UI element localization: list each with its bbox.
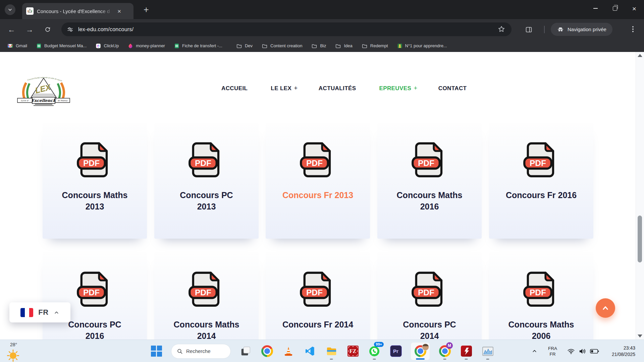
tab-close-icon[interactable]: × bbox=[117, 8, 121, 14]
nav-contact[interactable]: CONTACT bbox=[438, 85, 469, 92]
taskbar-search[interactable]: Recherche bbox=[171, 344, 231, 359]
widgets-weather-button[interactable]: 28° bbox=[10, 342, 17, 347]
wifi-icon bbox=[567, 348, 575, 355]
taskbar-vlc[interactable] bbox=[282, 343, 295, 360]
nav-le-lex[interactable]: LE LEX+ bbox=[271, 85, 298, 92]
tray-time: 23:43 bbox=[612, 345, 635, 351]
new-tab-button[interactable]: + bbox=[144, 5, 149, 15]
taskbar-premiere[interactable]: Pr bbox=[389, 343, 402, 360]
exam-card-pc-2014[interactable]: PDF Concours PC2014 bbox=[377, 252, 482, 340]
exam-card-maths-2006[interactable]: PDF Concours Maths2006 bbox=[489, 252, 593, 340]
taskbar-filezilla[interactable]: FZ bbox=[346, 343, 360, 360]
tray-status-icons[interactable] bbox=[567, 348, 599, 355]
nav-actualites[interactable]: ACTUALITÉS bbox=[319, 85, 359, 92]
exam-card-pc-2016[interactable]: PDF Concours PC2016 bbox=[43, 252, 147, 340]
tab-search-button[interactable] bbox=[5, 4, 15, 15]
battery-icon bbox=[590, 348, 599, 355]
search-label: Recherche bbox=[186, 348, 211, 354]
scrollbar-down-arrow[interactable] bbox=[638, 335, 642, 338]
exam-card-pc-2013[interactable]: PDF Concours PC2013 bbox=[154, 123, 259, 239]
card-title: Concours Fr 2014 bbox=[266, 319, 370, 330]
bookmark-folder-idea[interactable]: Idea bbox=[335, 43, 352, 49]
nav-epreuves[interactable]: EPREUVES+ bbox=[379, 85, 417, 92]
exam-card-maths-2013[interactable]: PDF Concours Maths2013 bbox=[43, 123, 147, 239]
running-indicator bbox=[486, 359, 489, 360]
minimize-button[interactable] bbox=[586, 0, 605, 17]
card-title: Concours Maths2014 bbox=[154, 319, 259, 340]
forward-button[interactable]: → bbox=[24, 24, 35, 35]
taskbar-file-explorer[interactable] bbox=[325, 343, 338, 360]
card-title: Concours Maths2013 bbox=[43, 189, 147, 212]
bookmark-label: Fiche de transfert -... bbox=[182, 43, 222, 48]
taskbar-performance-monitor[interactable] bbox=[481, 343, 494, 360]
bookmark-gmail[interactable]: Gmail bbox=[7, 43, 27, 49]
scrollbar-up-arrow[interactable] bbox=[638, 54, 642, 57]
card-title: Concours Fr 2016 bbox=[489, 189, 593, 201]
tab-strip: L Concours - Lycée d'Excellence d × + × bbox=[0, 0, 644, 19]
bookmark-folder-redempt[interactable]: Redempt bbox=[362, 43, 388, 49]
bookmark-folder-content-creation[interactable]: Content creation bbox=[262, 43, 302, 49]
task-view-button[interactable] bbox=[239, 343, 252, 360]
taskbar-chrome-active[interactable] bbox=[411, 342, 430, 360]
bookmark-money-planner[interactable]: money-planner bbox=[128, 43, 165, 49]
bookmark-star-icon[interactable] bbox=[497, 25, 505, 35]
svg-text:PDF: PDF bbox=[83, 288, 100, 297]
reload-button[interactable] bbox=[42, 24, 53, 35]
active-window-indicator bbox=[416, 358, 425, 360]
exam-card-maths-2016[interactable]: PDF Concours Maths2016 bbox=[377, 123, 482, 239]
system-tray: FRA FR 23:43 21/08/2025 bbox=[532, 340, 644, 362]
exam-card-fr-2016[interactable]: PDF Concours Fr 2016 bbox=[489, 123, 593, 239]
tab-title: Concours - Lycée d'Excellence d bbox=[37, 8, 113, 14]
bookmark-clickup[interactable]: ClickUp bbox=[96, 43, 119, 49]
bookmark-folder-dev[interactable]: Dev bbox=[236, 43, 253, 49]
svg-text:PDF: PDF bbox=[418, 288, 434, 297]
pdf-icon: PDF bbox=[299, 140, 337, 178]
browser-tab[interactable]: L Concours - Lycée d'Excellence d × bbox=[22, 3, 133, 19]
site-info-icon[interactable] bbox=[67, 26, 73, 33]
tray-date: 21/08/2025 bbox=[612, 351, 635, 358]
taskbar-whatsapp[interactable]: 99+ bbox=[368, 343, 381, 360]
exam-card-fr-2013[interactable]: PDF Concours Fr 2013 bbox=[266, 123, 370, 239]
scrollbar-thumb[interactable] bbox=[638, 216, 642, 262]
whatsapp-icon bbox=[369, 346, 380, 357]
back-button[interactable]: ← bbox=[6, 24, 17, 35]
start-button[interactable] bbox=[150, 343, 163, 360]
window-controls: × bbox=[586, 0, 644, 17]
svg-text:PDF: PDF bbox=[418, 159, 434, 168]
bookmark-budget-mensuel[interactable]: Budget Mensuel Ma... bbox=[36, 43, 87, 49]
exam-card-fr-2014[interactable]: PDF Concours Fr 2014 bbox=[266, 252, 370, 340]
vlc-icon bbox=[283, 346, 294, 357]
bookmark-label: Budget Mensuel Ma... bbox=[44, 43, 87, 48]
restore-button[interactable] bbox=[605, 0, 625, 17]
url-bar[interactable]: lex-edu.com/concours/ bbox=[61, 22, 512, 36]
main-nav: ACCUEIL LE LEX+ ACTUALITÉS EPREUVES+ CON… bbox=[221, 85, 469, 92]
tab-favicon-icon: L bbox=[26, 7, 34, 15]
bookmark-fiche-transfert[interactable]: Fiche de transfert -... bbox=[174, 43, 222, 49]
nav-accueil[interactable]: ACCUEIL bbox=[221, 85, 250, 92]
svg-text:PDF: PDF bbox=[195, 288, 211, 297]
input-language[interactable]: FRA FR bbox=[548, 346, 557, 357]
premiere-icon: Pr bbox=[390, 345, 402, 357]
clock-date[interactable]: 23:43 21/08/2025 bbox=[612, 345, 635, 358]
bookmark-n1-apprendre[interactable]: N°1 pour apprendre... bbox=[397, 43, 447, 49]
bookmark-folder-biz[interactable]: Biz bbox=[311, 43, 326, 49]
taskbar-chrome[interactable] bbox=[260, 343, 274, 360]
scroll-to-top-button[interactable] bbox=[596, 298, 615, 318]
chevron-down-icon bbox=[7, 7, 13, 12]
menu-kebab-icon[interactable] bbox=[632, 25, 634, 33]
taskbar-chrome-profile-m[interactable]: M bbox=[438, 343, 451, 360]
folder-icon bbox=[335, 43, 341, 49]
card-title: Concours PC2013 bbox=[154, 189, 259, 212]
taskbar-lightning-app[interactable] bbox=[460, 343, 473, 360]
logo-banner-right: de Niamey bbox=[58, 99, 68, 102]
site-logo[interactable]: Creuset d'unité nationale et culte du sa… bbox=[15, 73, 72, 106]
folder-icon bbox=[311, 43, 317, 49]
tray-chevron-up-icon[interactable] bbox=[532, 348, 537, 354]
pdf-icon: PDF bbox=[523, 270, 560, 307]
bookmark-label: Redempt bbox=[370, 43, 388, 48]
taskbar-vscode[interactable] bbox=[303, 343, 317, 360]
exam-card-maths-2014[interactable]: PDF Concours Maths2014 bbox=[154, 252, 259, 340]
side-panel-icon[interactable] bbox=[523, 24, 534, 35]
language-selector[interactable]: FR bbox=[9, 302, 70, 322]
close-button[interactable]: × bbox=[625, 0, 644, 17]
